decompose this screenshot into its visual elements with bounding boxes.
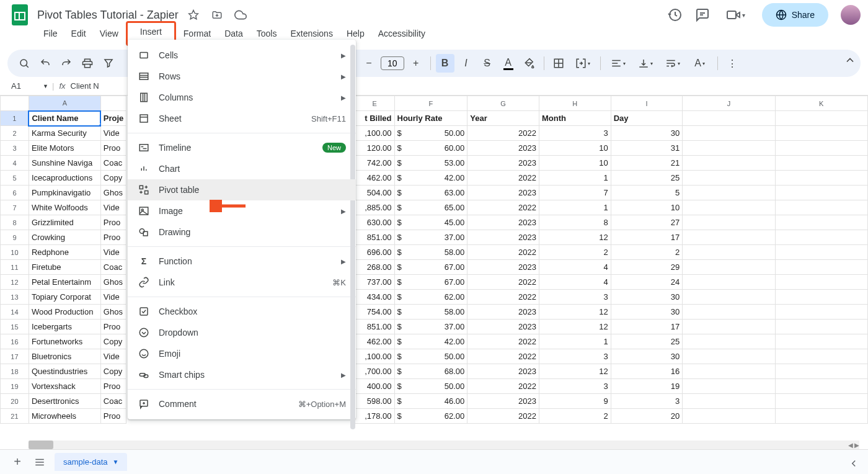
data-cell[interactable]: [683, 141, 775, 156]
data-cell[interactable]: 2023: [467, 230, 539, 245]
cell-header-month[interactable]: Month: [539, 111, 611, 126]
merge-button[interactable]: ▾: [570, 54, 595, 73]
data-cell[interactable]: 2022: [467, 171, 539, 186]
data-cell[interactable]: 2023: [467, 215, 539, 230]
data-cell[interactable]: 2023: [467, 364, 539, 379]
data-cell[interactable]: $50.00: [394, 349, 467, 364]
menu-function[interactable]: Σ Function▶: [128, 251, 356, 272]
data-cell[interactable]: Vide: [100, 349, 126, 364]
menu-dropdown[interactable]: Dropdown: [128, 322, 356, 343]
star-icon[interactable]: [186, 7, 201, 22]
cell-header-day[interactable]: Day: [611, 111, 683, 126]
data-cell[interactable]: $50.00: [394, 126, 467, 141]
data-cell[interactable]: [775, 394, 867, 409]
data-cell[interactable]: $50.00: [394, 379, 467, 394]
data-cell[interactable]: 504.00: [355, 186, 394, 200]
row-header[interactable]: 20: [1, 394, 29, 409]
data-cell[interactable]: 737.00: [355, 275, 394, 290]
data-cell[interactable]: 851.00: [355, 230, 394, 245]
italic-button[interactable]: I: [457, 54, 476, 73]
expand-explore-icon[interactable]: [848, 458, 859, 469]
text-color-button[interactable]: A: [499, 54, 518, 73]
data-cell[interactable]: 268.00: [355, 260, 394, 275]
data-cell[interactable]: [683, 245, 775, 260]
data-cell[interactable]: Pumpkinavigatio: [29, 186, 100, 200]
data-cell[interactable]: Fortunetworks: [29, 334, 100, 349]
data-cell[interactable]: 29: [611, 260, 683, 275]
data-cell[interactable]: [775, 320, 867, 334]
fill-color-button[interactable]: [520, 54, 539, 73]
data-cell[interactable]: 2022: [467, 126, 539, 141]
wrap-button[interactable]: ▾: [660, 54, 685, 73]
data-cell[interactable]: Ghos: [100, 305, 126, 320]
menu-edit[interactable]: Edit: [65, 26, 92, 46]
data-cell[interactable]: 2023: [467, 305, 539, 320]
menu-cells[interactable]: Cells▶: [128, 45, 356, 66]
data-cell[interactable]: 21: [611, 156, 683, 171]
data-cell[interactable]: [683, 349, 775, 364]
row-header[interactable]: 14: [1, 305, 29, 320]
borders-button[interactable]: [549, 54, 568, 73]
data-cell[interactable]: [683, 200, 775, 215]
data-cell[interactable]: ,885.00: [355, 200, 394, 215]
row-header[interactable]: 5: [1, 171, 29, 186]
menu-sheet[interactable]: SheetShift+F11: [128, 108, 356, 129]
data-cell[interactable]: 2022: [467, 334, 539, 349]
data-cell[interactable]: Elite Motors: [29, 141, 100, 156]
redo-icon[interactable]: [57, 54, 76, 73]
data-cell[interactable]: Firetube: [29, 260, 100, 275]
sheets-logo[interactable]: [7, 2, 32, 27]
filter-icon[interactable]: [99, 54, 118, 73]
data-cell[interactable]: 696.00: [355, 245, 394, 260]
data-cell[interactable]: 17: [611, 230, 683, 245]
more-button[interactable]: ⋮: [723, 54, 742, 73]
data-cell[interactable]: 400.00: [355, 379, 394, 394]
meet-icon[interactable]: ▾: [722, 7, 750, 22]
row-header[interactable]: 16: [1, 334, 29, 349]
data-cell[interactable]: [775, 260, 867, 275]
data-cell[interactable]: [683, 290, 775, 305]
col-header-K[interactable]: K: [775, 96, 867, 111]
comments-icon[interactable]: [695, 7, 710, 22]
data-cell[interactable]: ,100.00: [355, 126, 394, 141]
row-header[interactable]: 9: [1, 230, 29, 245]
valign-button[interactable]: ▾: [633, 54, 658, 73]
halign-button[interactable]: ▾: [606, 54, 631, 73]
row-header[interactable]: 8: [1, 215, 29, 230]
share-button[interactable]: Share: [762, 3, 828, 27]
data-cell[interactable]: [775, 126, 867, 141]
data-cell[interactable]: $53.00: [394, 156, 467, 171]
data-cell[interactable]: 462.00: [355, 334, 394, 349]
data-cell[interactable]: $67.00: [394, 275, 467, 290]
data-cell[interactable]: 630.00: [355, 215, 394, 230]
data-cell[interactable]: [683, 230, 775, 245]
data-cell[interactable]: [775, 334, 867, 349]
data-cell[interactable]: Vide: [100, 245, 126, 260]
data-cell[interactable]: Copy: [100, 334, 126, 349]
data-cell[interactable]: ,700.00: [355, 364, 394, 379]
data-cell[interactable]: Vide: [100, 126, 126, 141]
data-cell[interactable]: 2022: [467, 409, 539, 424]
data-cell[interactable]: 5: [611, 186, 683, 200]
cell-header-rate[interactable]: Hourly Rate: [394, 111, 467, 126]
decrease-font-icon[interactable]: −: [360, 54, 378, 73]
menu-insert[interactable]: Insert: [134, 24, 168, 39]
menu-drawing[interactable]: Drawing: [128, 221, 356, 243]
data-cell[interactable]: Coac: [100, 394, 126, 409]
data-cell[interactable]: 30: [611, 349, 683, 364]
row-header[interactable]: 12: [1, 275, 29, 290]
data-cell[interactable]: Proo: [100, 409, 126, 424]
row-header[interactable]: 4: [1, 156, 29, 171]
data-cell[interactable]: [683, 215, 775, 230]
data-cell[interactable]: Grizzlimited: [29, 215, 100, 230]
data-cell[interactable]: [775, 156, 867, 171]
data-cell[interactable]: 2023: [467, 156, 539, 171]
all-sheets-icon[interactable]: [32, 455, 47, 470]
row-header[interactable]: 11: [1, 260, 29, 275]
data-cell[interactable]: Proo: [100, 141, 126, 156]
data-cell[interactable]: Questindustries: [29, 364, 100, 379]
data-cell[interactable]: $60.00: [394, 141, 467, 156]
cell-header-year[interactable]: Year: [467, 111, 539, 126]
row-header[interactable]: 21: [1, 409, 29, 424]
data-cell[interactable]: [683, 126, 775, 141]
